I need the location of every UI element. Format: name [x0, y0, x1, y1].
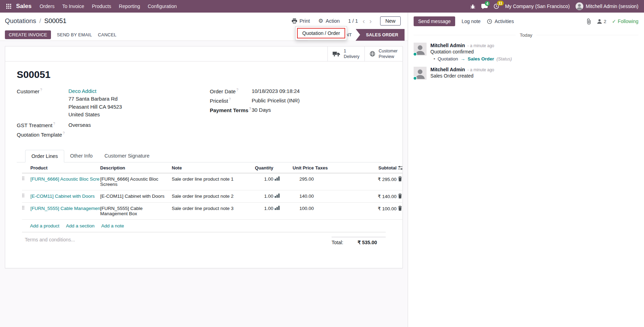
- breadcrumb-quotations-link[interactable]: Quotations: [5, 17, 36, 25]
- delivery-stat-button[interactable]: 1Delivery: [327, 46, 364, 61]
- followers-button[interactable]: 2: [597, 19, 607, 24]
- table-header-row: Product Description Note Quantity Unit P…: [22, 162, 403, 173]
- online-status-dot: [413, 52, 417, 56]
- payment-terms-value[interactable]: 30 Days: [252, 107, 271, 113]
- message-author-avatar[interactable]: [414, 67, 427, 80]
- col-header-quantity[interactable]: Quantity: [242, 162, 275, 173]
- description-cell[interactable]: [FURN_5555] Cable Management Box: [100, 202, 172, 219]
- nav-item-configuration[interactable]: Configuration: [144, 0, 180, 13]
- nav-item-reporting[interactable]: Reporting: [115, 0, 144, 13]
- send-message-button[interactable]: Send message: [414, 16, 455, 26]
- message-author: Mitchell Admin: [430, 43, 465, 48]
- pricelist-value[interactable]: Public Pricelist (INR): [252, 97, 300, 104]
- action-button[interactable]: ⚙ Action: [318, 18, 340, 24]
- customer-value-link[interactable]: Deco Addict: [68, 88, 96, 94]
- user-menu[interactable]: Mitchell Admin (session): [576, 2, 638, 10]
- nav-item-orders[interactable]: Orders: [36, 0, 58, 13]
- company-switcher[interactable]: My Company (San Francisco): [505, 3, 570, 9]
- app-name[interactable]: Sales: [15, 3, 36, 10]
- terms-and-conditions-placeholder[interactable]: Terms and conditions...: [22, 237, 75, 242]
- forecast-chart-icon[interactable]: [275, 194, 282, 198]
- quotation-template-label: Quotation Template?: [17, 131, 68, 138]
- pager-previous-icon[interactable]: ‹: [363, 17, 365, 24]
- user-avatar: [576, 2, 583, 10]
- pager: 1 / 1 ‹ ›: [348, 17, 372, 24]
- drag-handle-icon[interactable]: [22, 194, 29, 197]
- send-by-email-button[interactable]: SEND BY EMAIL: [57, 32, 92, 37]
- add-a-section-link[interactable]: Add a section: [66, 223, 95, 228]
- day-divider: Today: [414, 32, 638, 38]
- order-lines-table: Product Description Note Quantity Unit P…: [22, 162, 403, 220]
- note-cell[interactable]: Sale order line product note 2: [172, 190, 242, 202]
- following-button[interactable]: ✓ Following: [612, 19, 638, 24]
- forecast-chart-icon[interactable]: [275, 176, 282, 181]
- order-date-label: Order Date?: [210, 88, 252, 94]
- forecast-chart-icon[interactable]: [275, 206, 282, 210]
- message-author-avatar[interactable]: [414, 43, 427, 56]
- col-header-note[interactable]: Note: [172, 162, 242, 173]
- order-line-row[interactable]: [E-COM11] Cabinet with Doors [E-COM11] C…: [22, 190, 403, 202]
- delete-row-icon[interactable]: [398, 176, 403, 181]
- quantity-cell[interactable]: 1.00: [242, 190, 275, 202]
- drag-handle-icon[interactable]: [22, 176, 29, 180]
- customer-preview-stat-button[interactable]: CustomerPreview: [364, 46, 402, 61]
- debug-bug-icon[interactable]: [470, 4, 475, 9]
- messages-menu-button[interactable]: 4: [481, 4, 488, 9]
- menu-item-quotation-order[interactable]: Quotation / Order: [297, 28, 345, 38]
- tracking-value-change: • Quotation → Sales Order (Status): [430, 56, 512, 61]
- delete-row-icon[interactable]: [398, 194, 403, 198]
- col-header-product[interactable]: Product: [30, 162, 100, 173]
- product-cell[interactable]: [FURN_5555] Cable Managemen: [30, 202, 100, 219]
- unit-price-cell[interactable]: 100.00: [284, 202, 315, 219]
- sheet-body: S00051 Customer? Deco Addict 77 Santa Ba…: [5, 69, 402, 245]
- tab-other-info[interactable]: Other Info: [64, 150, 98, 162]
- product-cell[interactable]: [FURN_6666] Acoustic Bloc Scre: [30, 173, 100, 190]
- note-cell[interactable]: Sale order line product note 1: [172, 173, 242, 190]
- order-total: Total: ₹ 535.00: [332, 237, 386, 245]
- taxes-cell[interactable]: [315, 173, 347, 190]
- create-invoice-button[interactable]: CREATE INVOICE: [5, 30, 51, 39]
- log-note-button[interactable]: Log note: [461, 19, 481, 24]
- pager-value[interactable]: 1 / 1: [348, 18, 358, 24]
- taxes-cell[interactable]: [315, 190, 347, 202]
- activities-button[interactable]: Activities: [487, 19, 514, 24]
- unit-price-cell[interactable]: 140.00: [284, 190, 315, 202]
- tab-order-lines[interactable]: Order Lines: [25, 150, 64, 162]
- add-a-product-link[interactable]: Add a product: [30, 223, 59, 228]
- quantity-cell[interactable]: 1.00: [242, 202, 275, 219]
- product-cell[interactable]: [E-COM11] Cabinet with Doors: [30, 190, 100, 202]
- nav-item-products[interactable]: Products: [88, 0, 115, 13]
- field-group-right: Order Date? 10/18/2023 09:18:24 Pricelis…: [210, 88, 391, 141]
- description-cell[interactable]: [FURN_6666] Acoustic Bloc Screens: [100, 173, 172, 190]
- add-a-note-link[interactable]: Add a note: [101, 223, 124, 228]
- apps-menu-button[interactable]: [3, 0, 15, 13]
- col-header-subtotal[interactable]: Subtotal: [347, 162, 398, 173]
- order-date-value[interactable]: 10/18/2023 09:18:24: [252, 88, 300, 94]
- attachments-button[interactable]: [586, 19, 591, 24]
- gst-treatment-value[interactable]: Overseas: [68, 122, 91, 128]
- cancel-button[interactable]: CANCEL: [98, 32, 116, 37]
- total-value: ₹ 535.00: [357, 240, 377, 245]
- status-step-sales-order[interactable]: SALES ORDER: [356, 29, 405, 41]
- drag-handle-icon[interactable]: [22, 206, 29, 210]
- tab-customer-signature[interactable]: Customer Signature: [98, 150, 155, 162]
- col-header-taxes[interactable]: Taxes: [315, 162, 347, 173]
- nav-item-to-invoice[interactable]: To Invoice: [58, 0, 88, 13]
- quantity-cell[interactable]: 1.00: [242, 173, 275, 190]
- order-line-row[interactable]: [FURN_6666] Acoustic Bloc Scre [FURN_666…: [22, 173, 403, 190]
- print-button[interactable]: Print: [292, 18, 310, 24]
- col-header-description[interactable]: Description: [100, 162, 172, 173]
- note-cell[interactable]: Sale order line product note 3: [172, 202, 242, 219]
- optional-columns-icon[interactable]: [398, 166, 403, 170]
- messages-count-badge: 4: [485, 1, 490, 6]
- description-cell[interactable]: [E-COM11] Cabinet with Doors: [100, 190, 172, 202]
- order-line-row[interactable]: [FURN_5555] Cable Managemen [FURN_5555] …: [22, 202, 403, 219]
- col-header-unit-price[interactable]: Unit Price: [284, 162, 315, 173]
- pager-next-icon[interactable]: ›: [369, 17, 372, 24]
- new-button[interactable]: New: [380, 16, 401, 26]
- help-marker: ?: [53, 122, 55, 126]
- taxes-cell[interactable]: [315, 202, 347, 219]
- unit-price-cell[interactable]: 295.00: [284, 173, 315, 190]
- activities-menu-button[interactable]: 11: [494, 3, 499, 9]
- delete-row-icon[interactable]: [398, 206, 403, 211]
